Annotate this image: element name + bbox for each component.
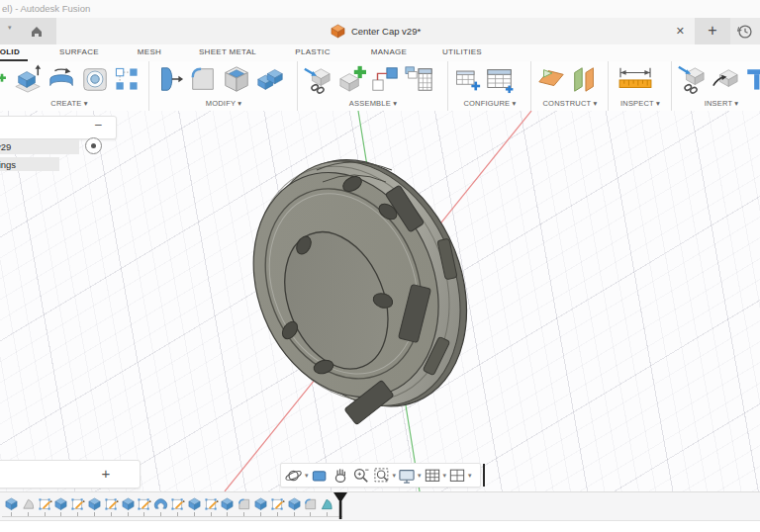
ribbon-tab-bar: SOLIDSURFACEMESHSHEET METALPLASTICMANAGE… [0,44,760,61]
orbit-dropdown-caret-icon[interactable]: ▾ [305,472,309,480]
ribbon-tab-manage[interactable]: MANAGE [365,44,413,61]
ribbon-tab-utilities[interactable]: UTILITIES [436,44,488,61]
fusion-window: el) - Autodesk Fusion ▾ Center Cap v29* … [0,0,760,532]
look-at-icon[interactable] [310,466,330,486]
toolbar-section-label[interactable]: ASSEMBLE ▾ [298,99,448,108]
configurations-icon[interactable] [485,64,515,94]
revolve-icon[interactable] [47,64,76,94]
new-component-icon[interactable] [336,64,366,94]
configuration-table-icon[interactable] [453,64,481,94]
viewports-icon[interactable] [447,466,467,486]
press-pull-icon[interactable] [154,64,184,94]
measure-icon[interactable] [614,64,657,94]
browser-collapse-icon[interactable]: – [95,118,102,132]
display-settings-icon[interactable] [397,466,417,486]
joint-icon[interactable] [370,64,400,94]
ribbon-tab-plastic[interactable]: PLASTIC [290,44,335,61]
qat-dropdown-caret-icon[interactable]: ▾ [8,24,12,32]
sketch-feature-icon[interactable] [270,496,285,511]
recent-documents-icon[interactable] [734,21,756,43]
combine-icon[interactable] [255,64,285,94]
toolbar-section-label[interactable]: CONSTRUCT ▾ [531,99,609,108]
wedge-feature-icon[interactable] [21,496,36,511]
new-body-partial-icon[interactable] [0,64,9,94]
window-title: el) - Autodesk Fusion [2,0,90,18]
grid-snap-button[interactable]: ▾ [423,466,447,486]
shell-icon[interactable] [222,64,251,94]
look-at-button[interactable] [310,466,330,486]
navbar-cursor-divider [483,464,485,487]
sketch-feature-icon[interactable] [137,496,151,511]
hole-icon[interactable] [80,64,110,94]
document-tab[interactable]: Center Cap v29* ✕ [56,18,696,44]
sketch-feature-icon[interactable] [170,496,185,511]
zoom-icon[interactable] [351,466,371,486]
viewports-dropdown-caret-icon[interactable]: ▾ [468,472,472,480]
construction-plane-icon[interactable] [536,64,566,94]
toolbar-section-label[interactable]: CREATE ▾ [0,99,148,108]
ribbon-tab-mesh[interactable]: MESH [133,44,166,61]
insert-mesh-icon[interactable] [711,64,740,94]
display-settings-button[interactable]: ▾ [397,466,422,486]
ribbon-tab-surface[interactable]: SURFACE [55,44,103,61]
toolbar-section-label[interactable]: CONFIGURE ▾ [448,99,531,108]
pattern-icon[interactable] [114,64,140,94]
orbit-icon[interactable] [284,466,304,486]
pan-icon[interactable] [331,466,350,486]
bottom-left-panel[interactable]: + [0,460,141,488]
cube-feature-icon[interactable] [187,496,202,511]
grid-dropdown-caret-icon[interactable]: ▾ [443,472,447,480]
timeline-playhead[interactable] [332,492,348,519]
sketch-feature-icon[interactable] [104,496,119,511]
toolbar-section-configure: CONFIGURE ▾ [447,61,531,111]
fillet-feature-icon[interactable] [237,496,251,511]
new-tab-button[interactable]: + [695,18,730,44]
toolbar-section-construct: CONSTRUCT ▾ [530,61,609,111]
center-cap-model[interactable] [219,130,502,443]
3d-canvas[interactable] [0,111,760,491]
cube-feature-icon[interactable] [287,496,302,511]
component-activate-radio[interactable] [85,137,102,154]
orbit-button[interactable]: ▾ [284,466,309,486]
fillet-feature-icon[interactable] [303,496,318,511]
bom-icon[interactable] [404,64,433,94]
sketch-feature-icon[interactable] [70,496,85,511]
browser-item-document-settings[interactable]: tings [0,157,59,171]
fit-view-icon[interactable] [372,466,392,486]
grid-snap-icon[interactable] [423,466,442,486]
zoom-button[interactable] [351,466,371,486]
toolbar-icon-row [0,61,148,97]
text-icon[interactable] [744,64,760,94]
browser-item-component[interactable]: v29 [0,139,79,154]
derive-icon[interactable] [677,64,707,94]
viewport-3d[interactable] [0,111,760,491]
cube-feature-icon[interactable] [121,496,136,511]
ribbon-tab-sheet-metal[interactable]: SHEET METAL [195,44,260,61]
cube-feature-icon[interactable] [253,496,268,511]
cube-feature-icon[interactable] [87,496,102,511]
sketch-feature-icon[interactable] [204,496,219,511]
sketch-feature-icon[interactable] [38,496,52,511]
fillet-icon[interactable] [188,64,218,94]
fit-dropdown-caret-icon[interactable]: ▾ [393,472,397,480]
toolbar-section-label[interactable]: INSERT ▾ [672,99,760,108]
add-button[interactable]: + [96,461,116,488]
extrude-icon[interactable] [13,64,43,94]
fit-view-button[interactable]: ▾ [372,466,397,486]
viewports-button[interactable]: ▾ [447,466,472,486]
toolbar-section-label[interactable]: MODIFY ▾ [149,99,298,108]
cube-feature-icon[interactable] [220,496,235,511]
cube-feature-icon[interactable] [4,496,19,511]
pan-button[interactable] [331,466,350,486]
monitor-dropdown-caret-icon[interactable]: ▾ [418,472,422,480]
cube-feature-icon[interactable] [53,496,68,511]
toolbar-section-modify: MODIFY ▾ [148,61,298,111]
chamfer-feature-icon[interactable] [320,496,334,511]
home-icon[interactable] [30,25,44,38]
insert-link-icon[interactable] [303,64,332,94]
revolve-feature-icon[interactable] [153,496,168,511]
toolbar-section-label[interactable]: INSPECT ▾ [609,99,672,108]
ribbon-tab-solid[interactable]: SOLID [0,44,28,61]
offset-plane-icon[interactable] [570,64,600,94]
close-tab-icon[interactable]: ✕ [676,18,685,44]
